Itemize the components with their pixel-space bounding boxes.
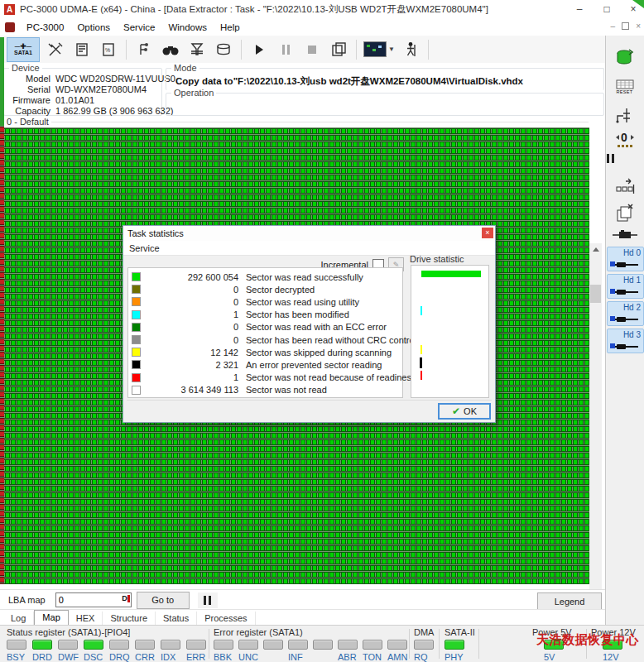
- start-button[interactable]: [248, 38, 270, 61]
- drive-mark-skipped: [421, 345, 422, 354]
- svg-text:0: 0: [621, 131, 627, 144]
- stat-value: 1: [141, 372, 238, 382]
- stat-row: 2 321An error prevented sector reading: [128, 358, 402, 371]
- drive-mark-modified: [421, 306, 422, 315]
- toolbar-separator: [356, 40, 357, 60]
- task-statistics-button[interactable]: [328, 38, 349, 61]
- tab-status[interactable]: Status: [156, 612, 197, 626]
- led-indicator: [84, 640, 103, 650]
- led-unc: UNC: [238, 640, 263, 662]
- sidebar-item-hd3[interactable]: Hd 3: [607, 329, 644, 353]
- scroll-up-button[interactable]: [589, 243, 602, 256]
- error-register-title: Error register (SATA1): [214, 627, 412, 637]
- head-select-button[interactable]: [605, 230, 644, 240]
- stop-button[interactable]: [301, 38, 323, 61]
- stat-color-chip: [132, 272, 141, 281]
- led-indicator: [58, 640, 78, 650]
- menu-service[interactable]: Service: [117, 20, 161, 35]
- goto-button[interactable]: Go to: [137, 592, 190, 609]
- view-mode-button[interactable]: ▼: [363, 38, 395, 61]
- container-button[interactable]: [213, 38, 234, 61]
- led-idx: IDX: [161, 640, 186, 662]
- pause-button[interactable]: [275, 38, 296, 61]
- toolbar-separator: [241, 40, 242, 60]
- dialog-close-button[interactable]: ×: [482, 228, 493, 238]
- hd0-label: Hd 0: [623, 248, 641, 257]
- menu-pc3000[interactable]: PC-3000: [20, 20, 70, 35]
- search-button[interactable]: [160, 38, 181, 61]
- led-indicator: [363, 640, 382, 650]
- pc3000-menu-icon: [5, 22, 15, 32]
- pause-icon: [607, 154, 609, 163]
- sata-port-button[interactable]: ─✚─ SATA1: [7, 37, 40, 62]
- hd2-label: Hd 2: [623, 303, 641, 312]
- blocks-jump-button[interactable]: [605, 177, 644, 197]
- sidebar-pause-button[interactable]: [605, 154, 644, 163]
- mdi-close-icon[interactable]: ×: [636, 22, 641, 31]
- mdi-restore-icon[interactable]: [622, 22, 629, 30]
- reset-button[interactable]: RESET: [605, 79, 644, 94]
- tab-log[interactable]: Log: [3, 612, 34, 626]
- menu-options[interactable]: Options: [70, 20, 117, 35]
- scrollbar-thumb[interactable]: [590, 285, 601, 303]
- jumper-button[interactable]: [605, 108, 644, 126]
- lba-input[interactable]: [56, 594, 118, 606]
- stat-row: 12 142Sector was skipped during scanning: [128, 346, 402, 358]
- hd1-label: Hd 1: [623, 276, 641, 285]
- stat-value: 1: [141, 309, 238, 319]
- menu-windows[interactable]: Windows: [161, 20, 214, 35]
- clamp-button[interactable]: [133, 38, 155, 61]
- sidebar-item-hd0[interactable]: Hd 0: [607, 247, 644, 271]
- map-pause-button[interactable]: [198, 592, 218, 608]
- script-button[interactable]: [71, 38, 93, 61]
- dialog-title-bar[interactable]: Task statistics ×: [123, 226, 495, 241]
- minimize-button[interactable]: –: [565, 0, 594, 18]
- tab-processes[interactable]: Processes: [197, 612, 255, 626]
- led-indicator: [186, 640, 206, 650]
- stat-row: 0Sector was read using utility: [128, 295, 402, 308]
- head-icon: [610, 289, 638, 295]
- close-maps-button[interactable]: [605, 204, 644, 223]
- zero-fill-button[interactable]: 0: [605, 131, 644, 148]
- stat-value: 3 614 349 113: [141, 385, 238, 395]
- sidebar-item-hd2[interactable]: Hd 2: [607, 301, 644, 326]
- menu-help[interactable]: Help: [214, 20, 247, 35]
- stat-label: Sector was not read: [246, 385, 327, 395]
- stat-row: 292 600 054Sector was read successfully: [128, 271, 402, 283]
- led-indicator: [414, 640, 434, 650]
- tab-hex[interactable]: HEX: [69, 612, 103, 626]
- dma-title: DMA: [414, 627, 440, 637]
- document-percent-icon: %: [100, 41, 117, 58]
- main-toolbar: ─✚─ SATA1 % ▼: [0, 36, 605, 65]
- tab-map[interactable]: Map: [34, 610, 68, 626]
- head-icon: [610, 261, 638, 267]
- filter-button[interactable]: [186, 38, 208, 61]
- dialog-menu-service[interactable]: Service: [123, 242, 166, 255]
- exit-task-button[interactable]: [400, 38, 421, 61]
- tab-structure[interactable]: Structure: [103, 612, 156, 626]
- report-percent-button[interactable]: %: [98, 38, 119, 61]
- dialog-separator: [127, 400, 492, 401]
- ok-button[interactable]: ✔ OK: [438, 403, 491, 420]
- stacked-reports-icon: [330, 41, 347, 58]
- device-group: Device ModelWDC WD20SDRW-11VUUS0 SerialW…: [3, 68, 162, 116]
- zero-bars-icon: [617, 144, 633, 148]
- statusbar-divider: [478, 629, 479, 659]
- legend-button[interactable]: Legend: [537, 592, 602, 610]
- operation-group-title: Operation: [171, 88, 216, 98]
- utility-tools-button[interactable]: [45, 38, 66, 61]
- database-copy-button[interactable]: [605, 48, 644, 68]
- maximize-button[interactable]: □: [593, 0, 621, 18]
- head-icon: [610, 343, 638, 349]
- blocks-arrow-icon: [615, 177, 635, 197]
- pause-icon: [204, 596, 206, 605]
- map-left-error-column: [0, 126, 4, 584]
- sidebar-item-hd1[interactable]: Hd 1: [607, 274, 644, 299]
- clamp-icon: [136, 41, 152, 58]
- mdi-minimize-icon[interactable]: –: [611, 22, 616, 31]
- stat-color-chip: [132, 360, 141, 369]
- arrow-up-icon: [593, 247, 599, 252]
- dec-hex-toggle-icon[interactable]: D: [122, 594, 130, 602]
- device-firmware-row: Firmware01.01A01: [7, 95, 94, 105]
- drive-statistic-label: Drive statistic: [410, 254, 464, 264]
